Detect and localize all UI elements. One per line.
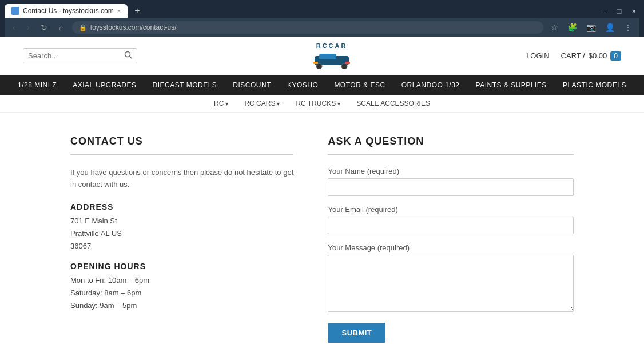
nav-scale-accessories[interactable]: SCALE ACCESSORIES bbox=[348, 95, 438, 112]
message-label: Your Message (required) bbox=[328, 243, 574, 252]
screenshot-icon[interactable]: 📷 bbox=[583, 21, 599, 34]
email-field-group: Your Email (required) bbox=[328, 205, 574, 234]
browser-icons: ☆ 🧩 📷 👤 ⋮ bbox=[548, 21, 635, 34]
search-box[interactable] bbox=[23, 48, 137, 63]
rc-trucks-chevron-icon: ▾ bbox=[337, 101, 340, 107]
search-icon bbox=[124, 51, 132, 59]
tab-title: Contact Us - toysstockus.com bbox=[23, 7, 114, 15]
address-title: ADDRESS bbox=[70, 202, 293, 211]
contact-title: CONTACT US bbox=[70, 135, 293, 155]
back-button[interactable]: ‹ bbox=[9, 21, 19, 34]
name-label: Your Name (required) bbox=[328, 167, 574, 175]
svg-rect-7 bbox=[345, 62, 350, 64]
reload-button[interactable]: ↻ bbox=[37, 21, 51, 34]
cart-amount: $0.00 bbox=[589, 51, 607, 60]
page-content: CONTACT US If you have questions or conc… bbox=[59, 135, 585, 343]
maximize-button[interactable]: □ bbox=[614, 6, 625, 17]
nav-diecast[interactable]: DIECAST MODELS bbox=[145, 75, 225, 95]
svg-rect-6 bbox=[313, 62, 318, 64]
nav-discount[interactable]: DISCOUNT bbox=[225, 75, 279, 95]
nav-mini-z[interactable]: 1/28 MINI Z bbox=[10, 75, 65, 95]
active-tab[interactable]: Contact Us - toysstockus.com × bbox=[5, 4, 128, 18]
tab-close-button[interactable]: × bbox=[117, 7, 121, 14]
nav-motor[interactable]: MOTOR & ESC bbox=[326, 75, 393, 95]
message-textarea[interactable] bbox=[328, 255, 574, 312]
forward-button[interactable]: › bbox=[23, 21, 33, 34]
window-controls: − □ × bbox=[599, 6, 639, 17]
nav-axial[interactable]: AXIAL UPGRADES bbox=[65, 75, 144, 95]
search-input[interactable] bbox=[28, 51, 124, 60]
minimize-button[interactable]: − bbox=[599, 6, 610, 17]
message-field-group: Your Message (required) bbox=[328, 243, 574, 314]
svg-rect-3 bbox=[319, 54, 336, 59]
new-tab-button[interactable]: + bbox=[130, 3, 144, 18]
menu-icon[interactable]: ⋮ bbox=[621, 21, 635, 34]
hours-line1: Mon to Fri: 10am – 6pm bbox=[70, 274, 293, 287]
site-header: RCCAR LOGIN CART / $0.00 0 bbox=[0, 37, 644, 75]
search-button[interactable] bbox=[124, 51, 132, 61]
rc-chevron-icon: ▾ bbox=[225, 101, 228, 107]
header-right: LOGIN CART / $0.00 0 bbox=[526, 51, 621, 61]
nav-rc-trucks[interactable]: RC TRUCKS ▾ bbox=[288, 95, 348, 112]
close-window-button[interactable]: × bbox=[628, 6, 639, 17]
address-bar[interactable]: 🔒 toysstockus.com/contact-us/ bbox=[72, 21, 543, 34]
nav-rc-cars[interactable]: RC CARS ▾ bbox=[236, 95, 288, 112]
hours-line2: Saturday: 8am – 6pm bbox=[70, 287, 293, 299]
hours-line3: Sunday: 9am – 5pm bbox=[70, 299, 293, 312]
tab-favicon bbox=[11, 7, 19, 15]
email-input[interactable] bbox=[328, 217, 574, 234]
profile-icon[interactable]: 👤 bbox=[602, 21, 618, 34]
logo-text: RCCAR bbox=[316, 42, 348, 49]
lock-icon: 🔒 bbox=[79, 24, 87, 31]
browser-chrome: Contact Us - toysstockus.com × + − □ × ‹… bbox=[0, 0, 644, 37]
svg-point-5 bbox=[341, 63, 347, 69]
rc-cars-chevron-icon: ▾ bbox=[277, 101, 280, 107]
home-button[interactable]: ⌂ bbox=[55, 21, 67, 34]
question-title: ASK A QUESTION bbox=[328, 135, 574, 155]
secondary-nav: RC ▾ RC CARS ▾ RC TRUCKS ▾ SCALE ACCESSO… bbox=[0, 95, 644, 113]
browser-toolbar: ‹ › ↻ ⌂ 🔒 toysstockus.com/contact-us/ ☆ … bbox=[5, 18, 639, 37]
nav-rc[interactable]: RC ▾ bbox=[206, 95, 236, 112]
primary-nav: 1/28 MINI Z AXIAL UPGRADES DIECAST MODEL… bbox=[0, 75, 644, 95]
nav-orlandoo[interactable]: ORLANDOO 1/32 bbox=[393, 75, 468, 95]
extensions-icon[interactable]: 🧩 bbox=[565, 21, 580, 34]
cart-badge: 0 bbox=[610, 51, 621, 61]
logo-area[interactable]: RCCAR bbox=[309, 42, 355, 69]
cart-button[interactable]: CART / $0.00 0 bbox=[561, 51, 621, 61]
address-line2: Prattville AL US bbox=[70, 227, 293, 240]
contact-intro: If you have questions or concerns then p… bbox=[70, 167, 293, 191]
logo: RCCAR bbox=[309, 42, 355, 69]
login-link[interactable]: LOGIN bbox=[526, 51, 549, 60]
svg-point-4 bbox=[316, 63, 322, 69]
bookmark-icon[interactable]: ☆ bbox=[548, 21, 561, 34]
svg-point-0 bbox=[125, 52, 130, 57]
name-field-group: Your Name (required) bbox=[328, 167, 574, 196]
nav-plastic[interactable]: PLASTIC MODELS bbox=[555, 75, 634, 95]
cart-label: CART / bbox=[561, 51, 585, 60]
email-label: Your Email (required) bbox=[328, 205, 574, 214]
address-line3: 36067 bbox=[70, 240, 293, 253]
address-line1: 701 E Main St bbox=[70, 215, 293, 227]
tab-bar: Contact Us - toysstockus.com × + − □ × bbox=[5, 3, 639, 18]
submit-button[interactable]: SUBMIT bbox=[328, 323, 385, 343]
svg-line-1 bbox=[130, 57, 132, 59]
website: RCCAR LOGIN CART / $0.00 0 bbox=[0, 37, 644, 344]
address-block: 701 E Main St Prattville AL US 36067 bbox=[70, 215, 293, 253]
hours-title: OPENING HOURS bbox=[70, 262, 293, 271]
logo-car-image bbox=[309, 49, 355, 69]
hours-block: Mon to Fri: 10am – 6pm Saturday: 8am – 6… bbox=[70, 274, 293, 312]
contact-section: CONTACT US If you have questions or conc… bbox=[70, 135, 293, 343]
nav-kyosho[interactable]: KYOSHO bbox=[279, 75, 326, 95]
question-section: ASK A QUESTION Your Name (required) Your… bbox=[328, 135, 574, 343]
name-input[interactable] bbox=[328, 178, 574, 196]
address-text: toysstockus.com/contact-us/ bbox=[90, 23, 177, 31]
nav-paints[interactable]: PAINTS & SUPPLIES bbox=[468, 75, 555, 95]
